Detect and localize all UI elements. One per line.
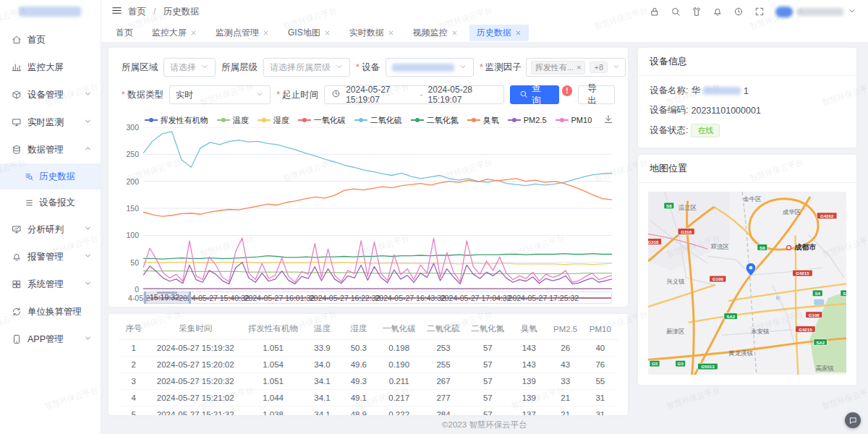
tab-历史数据[interactable]: 历史数据: [469, 25, 529, 41]
svg-text:G4215: G4215: [799, 327, 812, 332]
table-cell: 21: [548, 390, 583, 407]
bell-icon[interactable]: [712, 7, 723, 17]
device-value-redacted: [392, 64, 454, 72]
sidebar-item-监控大屏[interactable]: 监控大屏: [0, 54, 101, 81]
tab-监测点管理[interactable]: 监测点管理: [208, 25, 276, 41]
sidebar-item-报警管理[interactable]: 报警管理: [0, 243, 101, 271]
chevron-down-icon: [84, 334, 92, 342]
tab-首页[interactable]: 首页: [109, 25, 140, 41]
svg-text:G4202: G4202: [820, 213, 834, 218]
column-header-二氧化硫: 二氧化硫: [421, 318, 465, 340]
datazoom-window[interactable]: 15:19:32: [144, 292, 191, 304]
search-button[interactable]: 查询: [510, 85, 558, 104]
legend-item-一氧化碳[interactable]: 一氧化碳: [298, 115, 346, 126]
sidebar-item-实时监测[interactable]: 实时监测: [0, 109, 101, 136]
table-cell: 49.3: [341, 373, 377, 390]
sidebar-item-label: APP管理: [27, 333, 78, 346]
search-icon: [671, 7, 681, 17]
region-placeholder: 请选择: [170, 61, 196, 74]
shirt-icon[interactable]: [692, 7, 702, 17]
legend-item-温度[interactable]: 温度: [217, 115, 249, 126]
close-icon[interactable]: [451, 30, 458, 36]
table-cell: 57: [466, 340, 510, 357]
legend-label: 二氧化氮: [427, 115, 459, 126]
tab-GIS地图[interactable]: GIS地图: [281, 25, 338, 41]
chevron-down-icon: [84, 279, 92, 287]
legend-item-挥发性有机物[interactable]: 挥发性有机物: [145, 115, 208, 126]
breadcrumb-home[interactable]: 首页: [128, 6, 146, 18]
sidebar-item-单位换算管理[interactable]: 单位换算管理: [0, 298, 101, 326]
column-header-湿度: 湿度: [341, 318, 377, 340]
tab-监控大屏[interactable]: 监控大屏: [145, 25, 204, 41]
close-icon[interactable]: [190, 30, 197, 36]
close-icon[interactable]: [515, 30, 522, 36]
factor-more-tag[interactable]: +8: [590, 61, 608, 73]
sidebar-item-设备管理[interactable]: 设备管理: [0, 81, 101, 109]
device-select[interactable]: [386, 58, 474, 77]
close-icon[interactable]: ×: [576, 63, 581, 72]
assistant-float-button[interactable]: [845, 412, 861, 428]
map-card: 地图位置 S8G4202G318G318S6G4215G108S4S3SA2G1…: [638, 155, 856, 385]
sidebar-item-首页[interactable]: 首页: [0, 26, 101, 54]
tab-label: GIS地图: [288, 27, 320, 39]
chart-legend: 挥发性有机物温度湿度一氧化碳二氧化硫二氧化氮臭氧PM2.5PM10: [122, 113, 615, 127]
region-label: 所属区域: [122, 61, 158, 74]
chevron-down-icon: [84, 224, 92, 232]
map[interactable]: S8G4202G318G318S6G4215G108S4S3SA2G108G42…: [648, 192, 846, 375]
time-range-picker[interactable]: 2024-05-27 15:19:07 - 2024-05-28 15:19:0…: [324, 85, 504, 104]
map-title: 地图位置: [638, 155, 856, 183]
hamburger-icon[interactable]: [111, 5, 122, 18]
datatype-select[interactable]: 实时: [169, 85, 271, 104]
clock-icon[interactable]: [733, 7, 744, 17]
box-icon: [12, 90, 22, 100]
column-header-挥发性有机物: 挥发性有机物: [242, 318, 304, 340]
chevron-down-icon: [612, 62, 621, 71]
region-select[interactable]: 请选择: [163, 58, 216, 77]
fullscreen-icon[interactable]: [754, 7, 765, 17]
sidebar-subitem-历史数据[interactable]: 历史数据: [0, 163, 101, 190]
legend-item-臭氧[interactable]: 臭氧: [467, 115, 499, 126]
legend-item-二氧化氮[interactable]: 二氧化氮: [411, 115, 459, 126]
sidebar-item-数据管理[interactable]: 数据管理: [0, 136, 101, 163]
map-label-黄龙溪镇: 黄龙溪镇: [728, 349, 753, 357]
device-label: 设备: [356, 61, 380, 74]
close-icon[interactable]: [388, 30, 394, 36]
legend-item-二氧化硫[interactable]: 二氧化硫: [354, 115, 402, 126]
close-icon[interactable]: [324, 30, 331, 36]
legend-item-PM10[interactable]: PM10: [556, 116, 592, 124]
export-button[interactable]: 导出: [578, 85, 615, 104]
svg-text:G5: G5: [678, 361, 684, 366]
main-area: 首页 / 历史数据 首页监控大屏监测点管理GIS地图实时数据视频监控历史数据 所…: [101, 0, 868, 434]
lock-icon[interactable]: [650, 7, 660, 17]
factor-tag[interactable]: 挥发性有...×: [531, 61, 586, 75]
device-name-label: 设备名称:: [650, 85, 688, 97]
legend-label: 温度: [233, 115, 249, 126]
map-svg: S8G4202G318G318S6G4215G108S4S3SA2G108G42…: [648, 192, 846, 375]
legend-item-PM2.5[interactable]: PM2.5: [508, 116, 547, 124]
factor-select[interactable]: 挥发性有...× +8: [526, 58, 626, 77]
search-icon[interactable]: [671, 7, 681, 17]
level-select[interactable]: 请选择所属层级: [263, 58, 350, 77]
datazoom-slider[interactable]: 2024-05-27 15:40:322024-05-27 16:01:3220…: [143, 292, 612, 304]
table-cell: 50.3: [341, 340, 377, 357]
table-cell: 2024-05-27 15:20:02: [149, 357, 242, 373]
close-icon[interactable]: [263, 30, 269, 36]
chart-icon: [12, 62, 22, 72]
table-cell: 33: [548, 373, 583, 390]
user-menu[interactable]: [775, 7, 856, 17]
close-icon: [263, 30, 269, 36]
tab-实时数据[interactable]: 实时数据: [342, 25, 401, 41]
download-icon[interactable]: [603, 114, 613, 127]
tab-视频监控[interactable]: 视频监控: [406, 25, 465, 41]
close-icon: [324, 30, 331, 36]
legend-marker: [298, 117, 311, 123]
table-cell: 2024-05-27 15:21:02: [149, 390, 242, 407]
sidebar-item-APP管理[interactable]: APP管理: [0, 326, 101, 353]
table-row: 22024-05-27 15:20:021.05434.049.60.19025…: [119, 357, 618, 373]
sidebar-item-分析研判[interactable]: 分析研判: [0, 216, 101, 243]
road-shield-G318: G318: [648, 238, 662, 244]
sidebar-subitem-设备报文[interactable]: 设备报文: [0, 190, 101, 216]
road-shield-G4215: G4215: [795, 326, 815, 333]
legend-item-湿度[interactable]: 湿度: [258, 115, 289, 126]
sidebar-item-系统管理[interactable]: 系统管理: [0, 271, 101, 298]
